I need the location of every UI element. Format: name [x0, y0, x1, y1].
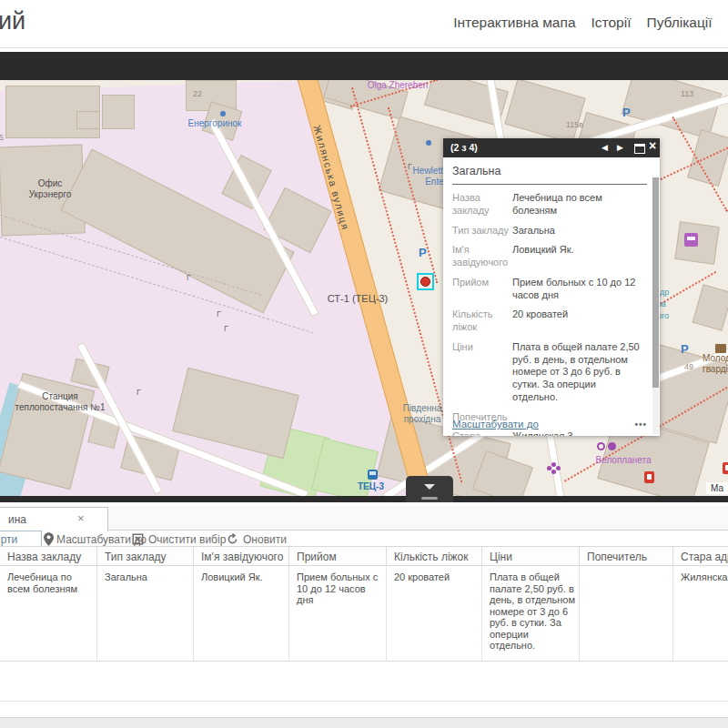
- column-header[interactable]: Тип закладу: [97, 546, 194, 566]
- field-label: Назва закладу: [452, 192, 512, 217]
- feature-popup: (2 з 4) ◀ ▶ × Загальна Назва закладуЛече…: [443, 138, 660, 436]
- field-value: Загальна: [512, 225, 643, 238]
- field-value: Прием больных с 10 до 12 часов дня: [512, 277, 643, 302]
- popup-close-button[interactable]: ×: [649, 139, 656, 152]
- field-value: Жилянская,3: [512, 430, 643, 436]
- chevron-down-icon: [424, 484, 435, 490]
- field-value: Плата в общей палате 2,50 руб. в день, в…: [512, 341, 643, 404]
- table-cell[interactable]: Ловицкий Як.: [194, 566, 289, 662]
- table-cell[interactable]: Загальна: [97, 566, 194, 662]
- field-value: 20 кроватей: [512, 308, 643, 334]
- map-hn: 22: [193, 89, 202, 98]
- map-label-st1: СТ-1 (ТЕЦ-3): [308, 293, 408, 305]
- bike-parking-icon: P: [681, 342, 689, 356]
- site-header: ий Інтерактивна мапа Історії Публікації …: [0, 0, 728, 48]
- column-header[interactable]: Стара адреса: [673, 546, 728, 566]
- column-header[interactable]: Прийом: [289, 546, 387, 566]
- bicycle-icon: [599, 444, 603, 449]
- map-label-tec3: ТЕЦ-3: [358, 481, 398, 491]
- attribute-table-collapse-tab[interactable]: [406, 476, 453, 502]
- map-bld: [693, 284, 728, 331]
- attribute-tab[interactable]: ина ×: [0, 507, 108, 531]
- nav-publications[interactable]: Публікації: [647, 15, 713, 31]
- map-label-moloda: Молода гвардія: [703, 353, 728, 374]
- map-bld: [504, 80, 585, 144]
- map-hn: 115в: [566, 120, 583, 129]
- column-header[interactable]: Попечитель: [580, 546, 673, 566]
- map-gmark: Г: [408, 162, 412, 171]
- attribute-tab-bar: ина ×: [0, 506, 728, 531]
- column-header[interactable]: Назва закладу: [0, 546, 97, 566]
- map-label-veloplaneta: Велопланета: [582, 455, 664, 466]
- main-nav: Інтерактивна мапа Історії Публікації Про: [453, 15, 728, 31]
- map-bld: [102, 95, 135, 129]
- poi-dot-icon: [426, 140, 431, 146]
- map-label-station: Станция теплопостачання №1: [15, 391, 106, 413]
- field-label: Кількість ліжок: [452, 308, 512, 334]
- table-cell[interactable]: 20 кроватей: [387, 566, 482, 662]
- popup-scrollbar-thumb[interactable]: [652, 177, 659, 388]
- table-cell[interactable]: Жилянская,3: [673, 566, 728, 662]
- hotel-icon: [715, 344, 726, 353]
- bus-stop-icon: [368, 470, 378, 480]
- florist-icon: [551, 470, 556, 474]
- field-label: Ціни: [452, 341, 512, 404]
- map-attribution: Ma: [706, 482, 728, 494]
- popup-next-button[interactable]: ▶: [617, 141, 623, 154]
- panel-divider: [0, 701, 728, 702]
- popup-maximize-button[interactable]: [634, 144, 645, 154]
- popup-pager: (2 з 4): [450, 142, 478, 153]
- popup-body: Загальна Назва закладуЛечебница по всем …: [443, 157, 660, 436]
- map-hn: 49: [684, 362, 693, 371]
- map-hn: 113: [681, 89, 693, 98]
- shop-icon: [684, 233, 698, 247]
- map-hn: 25: [0, 133, 4, 142]
- attribute-table-panel: ина × рти Масштабувати до Очистити вибір…: [0, 502, 728, 728]
- popup-prev-button[interactable]: ◀: [602, 141, 608, 154]
- field-value: Лечебница по всем болезням: [512, 192, 643, 217]
- map-gmark: Г: [136, 388, 141, 397]
- nav-interactive-map[interactable]: Інтерактивна мапа: [453, 15, 575, 31]
- table-cell[interactable]: [580, 566, 673, 662]
- toolbar-clear-selection-button[interactable]: Очистити вибір: [148, 533, 226, 546]
- map-bld: [76, 111, 100, 129]
- popup-zoom-to-link[interactable]: Масштабувати до: [452, 419, 539, 430]
- map-gmark: Г: [187, 273, 191, 282]
- map-bottom-band: [0, 496, 728, 502]
- attribute-grid: Назва закладу Тип закладу Ім'я завідуючо…: [0, 546, 728, 662]
- column-header[interactable]: Ціни: [482, 546, 580, 566]
- selected-feature-marker[interactable]: [417, 273, 434, 290]
- map-label-zhereben: Olga Zhereben: [362, 80, 433, 91]
- drag-grip: [421, 497, 438, 500]
- top-dark-band: [0, 52, 728, 80]
- panel-footer-strip: [0, 717, 728, 728]
- popup-scrollbar[interactable]: [652, 177, 659, 434]
- table-cell[interactable]: Лечебница по всем болезням: [0, 566, 97, 662]
- column-header[interactable]: Кількість ліжок: [387, 546, 482, 566]
- toolbar-refresh-button[interactable]: Оновити: [243, 533, 287, 546]
- popup-header: (2 з 4) ◀ ▶ ×: [443, 138, 660, 157]
- nav-stories[interactable]: Історії: [592, 15, 632, 31]
- site-title: ий: [0, 7, 25, 35]
- map-gmark: Г: [224, 324, 228, 333]
- field-value: Ловицкий Як.: [512, 244, 643, 269]
- field-label: Тип закладу: [452, 225, 512, 238]
- tab-close-icon[interactable]: ×: [77, 511, 85, 525]
- map-label-ukrenergo: Офис Укрэнерго: [22, 178, 78, 200]
- parking-icon: P: [419, 246, 427, 259]
- table-cell[interactable]: Плата в общей палате 2,50 руб. в день, в…: [482, 566, 580, 662]
- column-header[interactable]: Ім'я завідуючого: [194, 546, 289, 566]
- attribute-toolbar: рти Масштабувати до Очистити вибір Онови…: [0, 531, 728, 546]
- map-gmark: Г: [217, 309, 221, 318]
- field-label: Прийом: [452, 277, 512, 302]
- poi-dot-icon: [220, 111, 226, 116]
- map-label-energorynok: Енергоринок: [178, 118, 251, 129]
- field-label: Стара адреса: [452, 430, 512, 436]
- table-cell[interactable]: Прием больных с 10 до 12 часов дня: [289, 566, 387, 662]
- parking-icon: P: [622, 106, 631, 119]
- popup-title: Загальна: [452, 165, 647, 177]
- red-poi-icon: [644, 471, 654, 483]
- field-label: Ім'я завідуючого: [452, 244, 512, 269]
- popup-divider: [452, 184, 647, 185]
- popup-more-button[interactable]: •••: [634, 420, 647, 430]
